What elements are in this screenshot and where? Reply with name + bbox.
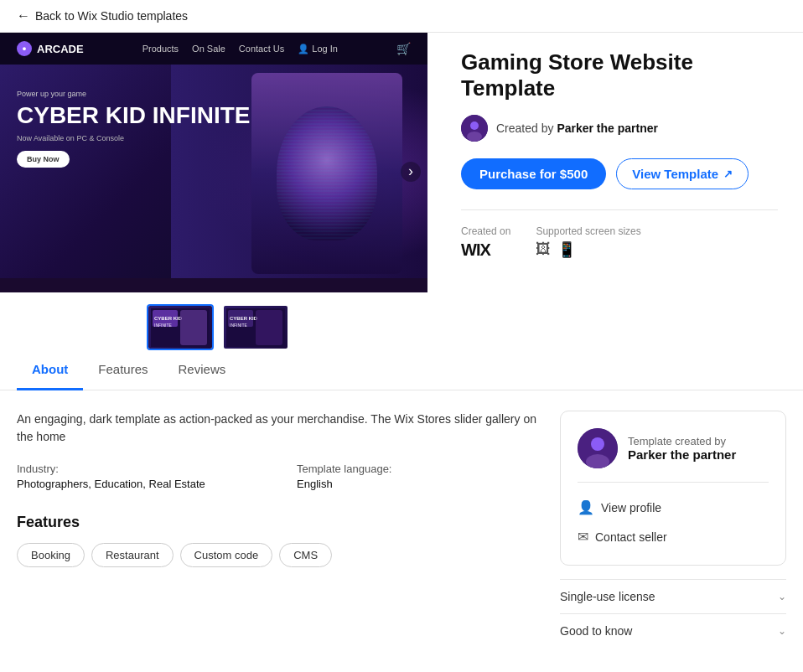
view-profile-button[interactable]: 👤 View profile	[578, 496, 769, 519]
thumb-inner-1: CYBER KID INFINITE	[148, 306, 212, 349]
features-title: Features	[17, 514, 543, 531]
thumb-inner-2: CYBER KID INFINITE	[224, 306, 288, 349]
feature-tags: Booking Restaurant Custom code CMS	[17, 543, 543, 567]
language-value: English	[297, 478, 543, 490]
good-to-know-label: Good to know	[560, 624, 632, 638]
created-on-meta: Created on WIX	[461, 225, 510, 260]
meta-row: Created on WIX Supported screen sizes 🖼 …	[461, 209, 778, 260]
arcade-nav-login: 👤 Log In	[298, 44, 338, 54]
feature-tag-booking: Booking	[17, 543, 85, 567]
license-chevron-icon: ⌄	[778, 591, 786, 602]
hero-subtitle: Power up your game	[17, 90, 250, 98]
arcade-logo: ● ARCADE	[17, 41, 84, 56]
glitch-effect	[277, 106, 377, 240]
arcade-logo-icon: ●	[17, 41, 32, 56]
back-link-label: Back to Wix Studio templates	[35, 9, 188, 23]
features-section: Features Booking Restaurant Custom code …	[17, 514, 543, 567]
screen-icons-row: 🖼 📱	[536, 240, 640, 259]
good-to-know-chevron-icon: ⌄	[778, 625, 786, 637]
language-meta: Template language: English	[297, 463, 543, 490]
back-link[interactable]: ← Back to Wix Studio templates	[17, 8, 188, 23]
card-creator-avatar	[578, 428, 618, 468]
template-title: Gaming Store Website Template	[461, 49, 778, 101]
language-label: Template language:	[297, 463, 543, 475]
created-by-card-label: Template created by	[628, 435, 736, 447]
created-on-value: WIX	[461, 240, 510, 260]
svg-point-14	[591, 437, 604, 451]
hero-character-inner	[277, 106, 377, 240]
svg-point-12	[467, 132, 482, 142]
feature-tag-custom-code: Custom code	[180, 543, 273, 567]
arcade-header: ● ARCADE Products On Sale Contact Us 👤 L…	[0, 33, 427, 65]
svg-point-11	[470, 121, 479, 130]
feature-tag-cms: CMS	[279, 543, 332, 567]
svg-text:CYBER KID: CYBER KID	[154, 316, 183, 321]
info-section: Gaming Store Website Template Created by…	[436, 33, 803, 350]
preview-section: ● ARCADE Products On Sale Contact Us 👤 L…	[0, 33, 436, 350]
thumbnail-1[interactable]: CYBER KID INFINITE	[147, 304, 214, 350]
about-section: An engaging, dark template as action-pac…	[0, 390, 803, 668]
hero-area: Power up your game CYBER KID INFINITE No…	[0, 65, 427, 278]
about-meta-grid: Industry: Photographers, Education, Real…	[17, 463, 543, 490]
feature-tag-restaurant: Restaurant	[91, 543, 174, 567]
arcade-nav-products: Products	[142, 44, 179, 54]
contact-seller-label: Contact seller	[595, 530, 667, 544]
tab-reviews[interactable]: Reviews	[163, 350, 241, 390]
view-template-label: View Template	[632, 167, 718, 181]
screen-sizes-meta: Supported screen sizes 🖼 📱	[536, 225, 640, 259]
top-navigation: ← Back to Wix Studio templates	[0, 0, 803, 33]
about-left: An engaging, dark template as action-pac…	[17, 411, 543, 648]
arcade-nav-sale: On Sale	[192, 44, 225, 54]
cta-buttons: Purchase for $500 View Template ↗	[461, 158, 778, 189]
creator-avatar-header	[461, 115, 488, 142]
svg-rect-4	[180, 310, 207, 345]
template-preview-frame[interactable]: ● ARCADE Products On Sale Contact Us 👤 L…	[0, 33, 427, 292]
screen-sizes-label: Supported screen sizes	[536, 225, 640, 237]
industry-value: Photographers, Education, Real Estate	[17, 478, 263, 490]
arcade-cart-icon: 🛒	[396, 42, 411, 55]
industry-meta: Industry: Photographers, Education, Real…	[17, 463, 263, 490]
svg-text:CYBER KID: CYBER KID	[230, 316, 258, 321]
thumbnails-row: CYBER KID INFINITE CYBER KID INFINITE	[0, 292, 436, 350]
tab-features[interactable]: Features	[83, 350, 163, 390]
about-description: An engaging, dark template as action-pac…	[17, 411, 543, 446]
created-on-label: Created on	[461, 225, 510, 237]
creator-card: Template created by Parker the partner 👤…	[560, 411, 786, 566]
view-profile-label: View profile	[601, 501, 661, 514]
industry-label: Industry:	[17, 463, 263, 475]
arcade-nav: Products On Sale Contact Us 👤 Log In	[142, 44, 338, 54]
hero-description: Now Available on PC & Console	[17, 134, 250, 142]
thumbnail-2[interactable]: CYBER KID INFINITE	[222, 304, 289, 350]
mobile-icon: 📱	[557, 240, 576, 259]
tab-about[interactable]: About	[17, 350, 83, 390]
arcade-nav-contact: Contact Us	[239, 44, 284, 54]
card-creator-name: Parker the partner	[628, 447, 736, 462]
next-slide-arrow[interactable]: ›	[401, 162, 421, 182]
creator-name-header: Parker the partner	[557, 121, 658, 135]
desktop-icon: 🖼	[536, 240, 551, 259]
arcade-logo-text: ARCADE	[37, 43, 84, 55]
creator-label: Created by Parker the partner	[496, 121, 658, 135]
back-arrow-icon: ←	[17, 8, 30, 23]
license-row[interactable]: Single-use license ⌄	[560, 579, 786, 613]
hero-buy-button[interactable]: Buy Now	[17, 151, 70, 168]
creator-row: Created by Parker the partner	[461, 115, 778, 142]
contact-seller-button[interactable]: ✉ Contact seller	[578, 525, 769, 548]
creator-card-text: Template created by Parker the partner	[628, 435, 736, 462]
main-content: ● ARCADE Products On Sale Contact Us 👤 L…	[0, 33, 803, 350]
svg-rect-9	[256, 310, 282, 345]
purchase-button[interactable]: Purchase for $500	[461, 158, 606, 189]
creator-card-header: Template created by Parker the partner	[578, 428, 769, 483]
creator-card-actions: 👤 View profile ✉ Contact seller	[578, 496, 769, 548]
svg-text:INFINITE: INFINITE	[230, 323, 247, 328]
view-template-button[interactable]: View Template ↗	[616, 158, 749, 189]
user-profile-icon: 👤	[578, 499, 594, 515]
tabs-section: About Features Reviews	[0, 350, 803, 390]
hero-character-image	[251, 73, 402, 274]
about-right-sidebar: Template created by Parker the partner 👤…	[560, 411, 786, 648]
envelope-icon: ✉	[578, 529, 588, 545]
license-label: Single-use license	[560, 590, 655, 603]
hero-title: CYBER KID INFINITE	[17, 103, 250, 129]
created-by-text: Created by	[496, 121, 553, 135]
good-to-know-row[interactable]: Good to know ⌄	[560, 613, 786, 648]
